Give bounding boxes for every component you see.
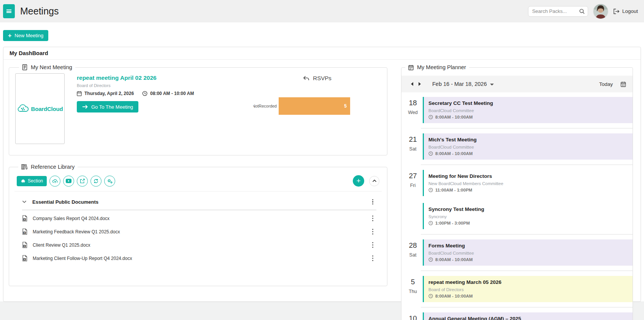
planner-event-card[interactable]: Annual General Meeting (AGM) – 2025 Boar… bbox=[423, 312, 633, 320]
document-group-name: Essential Public Documents bbox=[32, 199, 98, 205]
chevron-up-icon bbox=[372, 179, 377, 182]
go-to-meeting-button[interactable]: Go To The Meeting bbox=[77, 101, 138, 112]
document-menu-button[interactable] bbox=[370, 214, 376, 223]
document-row[interactable]: w Company Sales Report Q4 2024.docx bbox=[22, 212, 380, 225]
settings-button[interactable] bbox=[104, 176, 115, 187]
document-row[interactable]: w Client Review Q1 2025.docx bbox=[22, 238, 380, 252]
calendar-icon bbox=[408, 65, 414, 70]
planner-weekday: Sat bbox=[403, 252, 423, 258]
document-row[interactable]: w Marketing Client Follow-Up Report Q4 2… bbox=[22, 252, 380, 265]
planner-date: 18 Wed bbox=[403, 97, 423, 115]
planner-next-button[interactable] bbox=[416, 80, 424, 88]
chevron-down-icon bbox=[22, 200, 27, 203]
add-section-button[interactable]: Section bbox=[17, 176, 47, 186]
planner-event-card[interactable]: repeat meeting March 05 2026 Board of Di… bbox=[423, 276, 633, 302]
day-separator bbox=[421, 234, 633, 234]
refresh-button[interactable] bbox=[90, 176, 102, 187]
planner-event-card[interactable]: Mich's Test Meeting BoardCloud Committee… bbox=[423, 133, 633, 160]
day-separator bbox=[421, 165, 633, 165]
document-name[interactable]: Client Review Q1 2025.docx bbox=[33, 242, 90, 248]
logout-label: Logout bbox=[622, 8, 638, 14]
video-button[interactable] bbox=[63, 176, 74, 187]
meeting-planner-panel: My Meeting Planner Feb 16 - Mar 18, 2026 bbox=[401, 64, 633, 320]
planner-day-group: 5 Thu repeat meeting March 05 2026 Board… bbox=[403, 276, 633, 302]
planner-date: 21 Sat bbox=[403, 133, 423, 152]
reference-library-panel: Reference Library Section bbox=[9, 164, 387, 286]
next-meeting-panel: My Next Meeting bbox=[9, 64, 387, 155]
document-name[interactable]: Company Sales Report Q4 2024.docx bbox=[33, 216, 109, 221]
meeting-pack-cover: BoardCloud bbox=[15, 73, 65, 144]
collapse-library-button[interactable] bbox=[369, 176, 379, 186]
svg-text:w: w bbox=[24, 258, 26, 260]
planner-event-card[interactable]: Syncrony Test Meeting Syncrony 1:00PM - … bbox=[423, 203, 633, 229]
group-menu-button[interactable] bbox=[370, 198, 376, 206]
document-list: w Company Sales Report Q4 2024.docx w Ma… bbox=[22, 212, 380, 265]
word-file-icon: w bbox=[22, 228, 27, 235]
word-file-icon: w bbox=[22, 242, 27, 248]
rsvp-bar-value: 5 bbox=[344, 103, 347, 109]
document-row[interactable]: w Marketing Feedback Review Q1 2025.docx bbox=[22, 225, 380, 238]
user-avatar[interactable] bbox=[593, 4, 608, 19]
meeting-title-link[interactable]: repeat meeting April 02 2026 bbox=[77, 74, 244, 81]
word-file-icon: w bbox=[22, 255, 27, 261]
planner-range-dropdown[interactable]: Feb 16 - Mar 18, 2026 bbox=[432, 81, 494, 87]
planner-date: 28 Sat bbox=[403, 239, 423, 258]
menu-toggle-button[interactable] bbox=[3, 4, 15, 18]
boardcloud-logo-icon bbox=[17, 104, 29, 113]
refresh-icon bbox=[93, 178, 99, 184]
reply-arrow-icon bbox=[303, 75, 309, 81]
planner-calendar-button[interactable] bbox=[620, 81, 626, 87]
document-name[interactable]: Marketing Feedback Review Q1 2025.docx bbox=[33, 229, 120, 234]
planner-weekday: Thu bbox=[403, 289, 423, 294]
section-icon bbox=[21, 179, 25, 184]
planner-day-number: 5 bbox=[403, 278, 423, 286]
planner-today-button[interactable]: Today bbox=[599, 81, 613, 87]
svg-text:w: w bbox=[24, 231, 26, 234]
event-committee: BoardCloud Committee bbox=[428, 108, 628, 113]
new-meeting-button[interactable]: + New Meeting bbox=[3, 30, 48, 41]
hamburger-icon bbox=[6, 9, 11, 13]
event-time-row: 11:00AM - 1:00PM bbox=[428, 188, 628, 192]
clock-icon bbox=[428, 188, 433, 192]
planner-date: 27 Fri bbox=[403, 170, 423, 188]
upload-button[interactable] bbox=[49, 176, 60, 187]
clock-icon bbox=[428, 115, 433, 119]
boardcloud-logo-text: BoardCloud bbox=[31, 106, 63, 112]
document-menu-button[interactable] bbox=[370, 241, 376, 249]
planner-weekday: Fri bbox=[403, 183, 423, 188]
gears-icon bbox=[107, 178, 113, 184]
external-link-icon bbox=[79, 178, 85, 184]
document-group-header[interactable]: Essential Public Documents bbox=[22, 195, 380, 208]
event-time-row: 8:00AM - 10:00AM bbox=[428, 257, 628, 262]
page-title: Meetings bbox=[20, 6, 59, 17]
event-committee: New BoardCloud Members Committee bbox=[428, 181, 628, 186]
planner-event-card[interactable]: Secretary CC Test Meeting BoardCloud Com… bbox=[423, 97, 633, 123]
document-icon bbox=[22, 64, 27, 70]
clock-icon bbox=[142, 91, 148, 96]
rsvp-bar-label: NotRecorded bbox=[253, 104, 277, 108]
event-committee: Syncrony bbox=[428, 214, 628, 219]
logout-icon bbox=[613, 8, 620, 14]
planner-day-number: 18 bbox=[403, 99, 423, 107]
document-menu-button[interactable] bbox=[370, 227, 376, 236]
planner-event-card[interactable]: Forms Meeting BoardCloud Committee 8:00A… bbox=[423, 239, 633, 266]
logout-button[interactable]: Logout bbox=[613, 8, 638, 14]
planner-day-number: 28 bbox=[403, 241, 423, 250]
external-link-button[interactable] bbox=[77, 176, 88, 187]
search-icon[interactable] bbox=[579, 8, 585, 14]
meeting-date: Thursday, April 2, 2026 bbox=[84, 91, 134, 96]
clock-icon bbox=[428, 257, 433, 262]
add-document-button[interactable]: + bbox=[353, 175, 364, 187]
clock-icon bbox=[428, 221, 433, 225]
planner-day-group: 28 Sat Forms Meeting BoardCloud Committe… bbox=[403, 239, 633, 266]
planner-date: 10 Tue bbox=[403, 312, 423, 320]
planner-nav: Feb 16 - Mar 18, 2026 Today bbox=[401, 76, 633, 92]
document-name[interactable]: Marketing Client Follow-Up Report Q4 202… bbox=[33, 256, 132, 261]
document-menu-button[interactable] bbox=[370, 254, 376, 263]
event-time-row: 8:00AM - 10:00AM bbox=[428, 151, 628, 156]
books-icon bbox=[21, 164, 27, 170]
planner-prev-button[interactable] bbox=[408, 80, 416, 88]
clock-icon bbox=[428, 294, 433, 298]
planner-event-card[interactable]: Meeting for New Directors New BoardCloud… bbox=[423, 170, 633, 196]
plus-icon: + bbox=[8, 33, 11, 39]
